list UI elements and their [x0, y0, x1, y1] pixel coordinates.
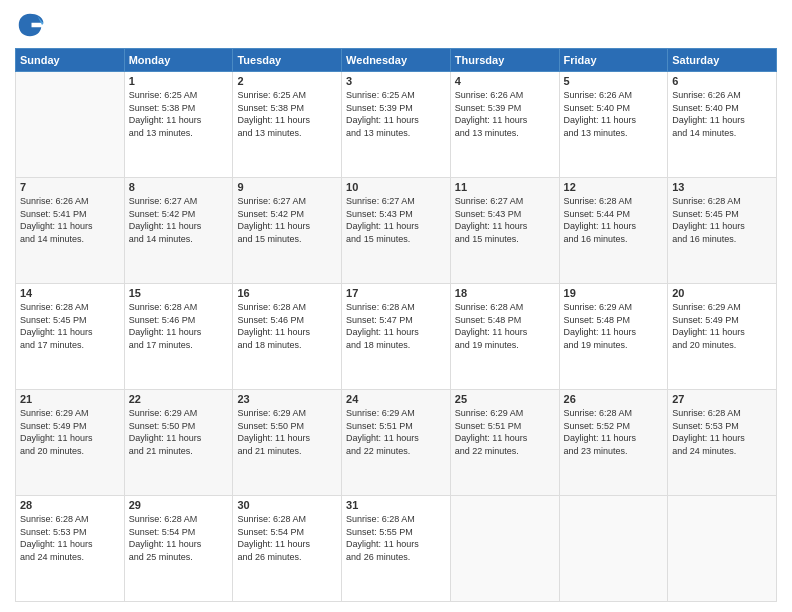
day-number: 31 [346, 499, 446, 511]
day-info: Sunrise: 6:28 AMSunset: 5:52 PMDaylight:… [564, 407, 664, 457]
day-info: Sunrise: 6:27 AMSunset: 5:42 PMDaylight:… [237, 195, 337, 245]
day-info: Sunrise: 6:27 AMSunset: 5:43 PMDaylight:… [346, 195, 446, 245]
calendar-cell: 22Sunrise: 6:29 AMSunset: 5:50 PMDayligh… [124, 390, 233, 496]
calendar-cell [559, 496, 668, 602]
day-info: Sunrise: 6:26 AMSunset: 5:41 PMDaylight:… [20, 195, 120, 245]
weekday-header: Sunday [16, 49, 125, 72]
day-number: 5 [564, 75, 664, 87]
day-number: 8 [129, 181, 229, 193]
calendar-cell: 3Sunrise: 6:25 AMSunset: 5:39 PMDaylight… [342, 72, 451, 178]
day-number: 27 [672, 393, 772, 405]
header [15, 10, 777, 40]
weekday-header: Wednesday [342, 49, 451, 72]
calendar-cell: 1Sunrise: 6:25 AMSunset: 5:38 PMDaylight… [124, 72, 233, 178]
calendar-week: 1Sunrise: 6:25 AMSunset: 5:38 PMDaylight… [16, 72, 777, 178]
calendar-cell: 21Sunrise: 6:29 AMSunset: 5:49 PMDayligh… [16, 390, 125, 496]
day-info: Sunrise: 6:29 AMSunset: 5:49 PMDaylight:… [20, 407, 120, 457]
calendar-cell: 16Sunrise: 6:28 AMSunset: 5:46 PMDayligh… [233, 284, 342, 390]
calendar-cell: 20Sunrise: 6:29 AMSunset: 5:49 PMDayligh… [668, 284, 777, 390]
weekday-header: Friday [559, 49, 668, 72]
day-number: 17 [346, 287, 446, 299]
calendar-week: 14Sunrise: 6:28 AMSunset: 5:45 PMDayligh… [16, 284, 777, 390]
calendar-cell: 30Sunrise: 6:28 AMSunset: 5:54 PMDayligh… [233, 496, 342, 602]
calendar-cell [668, 496, 777, 602]
calendar-cell: 6Sunrise: 6:26 AMSunset: 5:40 PMDaylight… [668, 72, 777, 178]
day-info: Sunrise: 6:28 AMSunset: 5:47 PMDaylight:… [346, 301, 446, 351]
day-number: 23 [237, 393, 337, 405]
calendar-cell: 5Sunrise: 6:26 AMSunset: 5:40 PMDaylight… [559, 72, 668, 178]
day-number: 11 [455, 181, 555, 193]
day-info: Sunrise: 6:28 AMSunset: 5:54 PMDaylight:… [129, 513, 229, 563]
weekday-header: Thursday [450, 49, 559, 72]
calendar-cell: 19Sunrise: 6:29 AMSunset: 5:48 PMDayligh… [559, 284, 668, 390]
day-number: 4 [455, 75, 555, 87]
day-number: 25 [455, 393, 555, 405]
calendar-cell [16, 72, 125, 178]
calendar-cell: 2Sunrise: 6:25 AMSunset: 5:38 PMDaylight… [233, 72, 342, 178]
day-info: Sunrise: 6:29 AMSunset: 5:48 PMDaylight:… [564, 301, 664, 351]
calendar-week: 28Sunrise: 6:28 AMSunset: 5:53 PMDayligh… [16, 496, 777, 602]
calendar-cell: 11Sunrise: 6:27 AMSunset: 5:43 PMDayligh… [450, 178, 559, 284]
calendar-body: 1Sunrise: 6:25 AMSunset: 5:38 PMDaylight… [16, 72, 777, 602]
day-info: Sunrise: 6:25 AMSunset: 5:38 PMDaylight:… [237, 89, 337, 139]
day-number: 15 [129, 287, 229, 299]
day-info: Sunrise: 6:25 AMSunset: 5:39 PMDaylight:… [346, 89, 446, 139]
calendar-cell: 13Sunrise: 6:28 AMSunset: 5:45 PMDayligh… [668, 178, 777, 284]
day-number: 2 [237, 75, 337, 87]
day-info: Sunrise: 6:25 AMSunset: 5:38 PMDaylight:… [129, 89, 229, 139]
calendar-cell: 26Sunrise: 6:28 AMSunset: 5:52 PMDayligh… [559, 390, 668, 496]
day-number: 19 [564, 287, 664, 299]
day-number: 21 [20, 393, 120, 405]
calendar-week: 7Sunrise: 6:26 AMSunset: 5:41 PMDaylight… [16, 178, 777, 284]
day-info: Sunrise: 6:29 AMSunset: 5:50 PMDaylight:… [129, 407, 229, 457]
weekday-row: SundayMondayTuesdayWednesdayThursdayFrid… [16, 49, 777, 72]
day-info: Sunrise: 6:27 AMSunset: 5:43 PMDaylight:… [455, 195, 555, 245]
day-number: 26 [564, 393, 664, 405]
day-number: 29 [129, 499, 229, 511]
day-number: 10 [346, 181, 446, 193]
calendar-cell: 23Sunrise: 6:29 AMSunset: 5:50 PMDayligh… [233, 390, 342, 496]
calendar-cell: 14Sunrise: 6:28 AMSunset: 5:45 PMDayligh… [16, 284, 125, 390]
day-info: Sunrise: 6:28 AMSunset: 5:53 PMDaylight:… [20, 513, 120, 563]
day-info: Sunrise: 6:28 AMSunset: 5:53 PMDaylight:… [672, 407, 772, 457]
day-info: Sunrise: 6:28 AMSunset: 5:45 PMDaylight:… [20, 301, 120, 351]
day-number: 1 [129, 75, 229, 87]
day-info: Sunrise: 6:29 AMSunset: 5:49 PMDaylight:… [672, 301, 772, 351]
day-number: 9 [237, 181, 337, 193]
calendar-cell: 8Sunrise: 6:27 AMSunset: 5:42 PMDaylight… [124, 178, 233, 284]
calendar-cell: 31Sunrise: 6:28 AMSunset: 5:55 PMDayligh… [342, 496, 451, 602]
day-info: Sunrise: 6:26 AMSunset: 5:39 PMDaylight:… [455, 89, 555, 139]
calendar-cell: 28Sunrise: 6:28 AMSunset: 5:53 PMDayligh… [16, 496, 125, 602]
day-number: 24 [346, 393, 446, 405]
calendar-cell: 15Sunrise: 6:28 AMSunset: 5:46 PMDayligh… [124, 284, 233, 390]
calendar-cell: 29Sunrise: 6:28 AMSunset: 5:54 PMDayligh… [124, 496, 233, 602]
calendar-cell: 9Sunrise: 6:27 AMSunset: 5:42 PMDaylight… [233, 178, 342, 284]
calendar-cell: 24Sunrise: 6:29 AMSunset: 5:51 PMDayligh… [342, 390, 451, 496]
day-number: 20 [672, 287, 772, 299]
calendar-cell: 27Sunrise: 6:28 AMSunset: 5:53 PMDayligh… [668, 390, 777, 496]
day-info: Sunrise: 6:28 AMSunset: 5:48 PMDaylight:… [455, 301, 555, 351]
day-number: 30 [237, 499, 337, 511]
day-info: Sunrise: 6:27 AMSunset: 5:42 PMDaylight:… [129, 195, 229, 245]
calendar-cell: 4Sunrise: 6:26 AMSunset: 5:39 PMDaylight… [450, 72, 559, 178]
day-info: Sunrise: 6:28 AMSunset: 5:46 PMDaylight:… [237, 301, 337, 351]
calendar-cell: 12Sunrise: 6:28 AMSunset: 5:44 PMDayligh… [559, 178, 668, 284]
day-number: 3 [346, 75, 446, 87]
day-info: Sunrise: 6:28 AMSunset: 5:54 PMDaylight:… [237, 513, 337, 563]
calendar: SundayMondayTuesdayWednesdayThursdayFrid… [15, 48, 777, 602]
calendar-week: 21Sunrise: 6:29 AMSunset: 5:49 PMDayligh… [16, 390, 777, 496]
day-info: Sunrise: 6:28 AMSunset: 5:46 PMDaylight:… [129, 301, 229, 351]
page: SundayMondayTuesdayWednesdayThursdayFrid… [0, 0, 792, 612]
day-info: Sunrise: 6:28 AMSunset: 5:55 PMDaylight:… [346, 513, 446, 563]
logo [15, 10, 49, 40]
day-info: Sunrise: 6:29 AMSunset: 5:51 PMDaylight:… [455, 407, 555, 457]
day-info: Sunrise: 6:26 AMSunset: 5:40 PMDaylight:… [564, 89, 664, 139]
day-number: 7 [20, 181, 120, 193]
day-info: Sunrise: 6:28 AMSunset: 5:44 PMDaylight:… [564, 195, 664, 245]
calendar-cell [450, 496, 559, 602]
day-info: Sunrise: 6:29 AMSunset: 5:50 PMDaylight:… [237, 407, 337, 457]
day-number: 12 [564, 181, 664, 193]
calendar-cell: 10Sunrise: 6:27 AMSunset: 5:43 PMDayligh… [342, 178, 451, 284]
logo-icon [15, 10, 45, 40]
calendar-cell: 7Sunrise: 6:26 AMSunset: 5:41 PMDaylight… [16, 178, 125, 284]
